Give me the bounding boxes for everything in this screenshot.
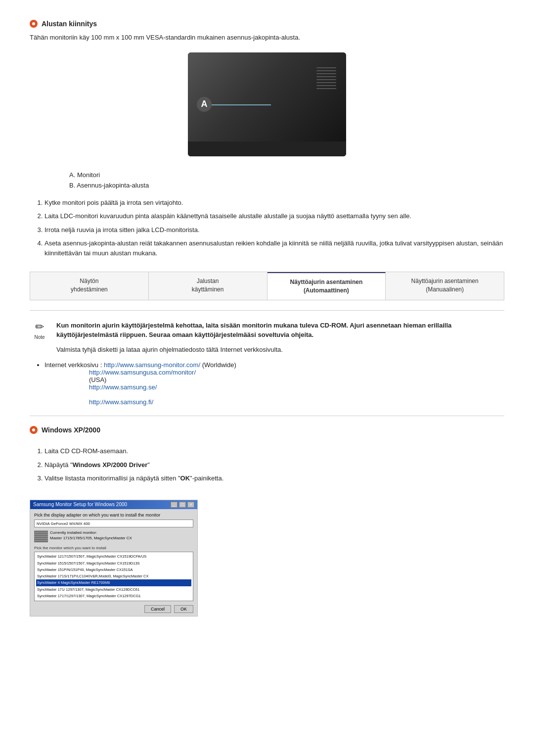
section1-bullet-icon — [30, 20, 38, 28]
section2-title: Windows XP/2000 — [42, 426, 100, 434]
currently-value: Master 1715/1785/1705, MagicSyncMaster C… — [50, 536, 132, 541]
close-button[interactable]: × — [187, 502, 194, 508]
list-item[interactable]: SyncMaster 151P/N/151P40, MagicSyncMaste… — [36, 567, 191, 573]
list-item[interactable]: SyncMaster 1217/1507/1507, MagicSyncMast… — [36, 553, 191, 560]
link-worldwide[interactable]: http://www.samsung-monitor.com/ — [104, 361, 200, 369]
monitor-line — [212, 104, 271, 105]
note-text-bold: Kun monitorin ajurin käyttöjärjestelmä k… — [56, 321, 504, 340]
links-section: Internet verkkosivu : http://www.samsung… — [30, 361, 504, 406]
section-windows-xp: Windows XP/2000 Laita CD CD-ROM-asemaan.… — [30, 426, 504, 616]
list-item-selected[interactable]: SyncMaster 4 MagicSyncMaster RE1700M8 — [36, 579, 191, 586]
label-b: B. Asennus-jakopinta-alusta — [69, 182, 504, 189]
vent-line — [316, 67, 336, 68]
link-usa-suffix: (USA) — [89, 376, 106, 383]
screenshot-title: Samsung Monitor Setup for Windows 2000 — [33, 502, 127, 507]
divider-1 — [30, 310, 504, 311]
vent-line — [316, 73, 336, 74]
vent-line — [316, 85, 336, 86]
section2-bullet-icon — [30, 426, 38, 434]
step-4: Aseta asennus-jakopinta-alustan reiät ta… — [44, 238, 504, 258]
section1-intro: Tähän monitoriin käy 100 mm x 100 mm VES… — [30, 33, 504, 43]
screenshot-dialog: Samsung Monitor Setup for Windows 2000 _… — [30, 500, 198, 617]
vent-line — [316, 79, 336, 80]
note-sub-text: Valmista tyhjä disketti ja lataa ajurin … — [56, 345, 504, 355]
cancel-button[interactable]: Cancel — [144, 605, 171, 613]
monitor-label-a: A — [197, 97, 212, 112]
adapter-select[interactable]: NVIDIA GeForce2 MX/MX 400 — [34, 520, 193, 527]
maximize-button[interactable]: □ — [179, 502, 186, 508]
link-worldwide-suffix: (Worldwide) — [202, 361, 236, 369]
minimize-button[interactable]: _ — [171, 502, 178, 508]
links-label: Internet verkkosivu : — [44, 361, 102, 369]
link-item-1: Internet verkkosivu : http://www.samsung… — [44, 361, 504, 406]
pencil-icon: ✏ — [35, 321, 44, 333]
vent-line — [316, 70, 336, 71]
step-2-3: Valitse listasta monitorimallisi ja näpä… — [44, 473, 504, 483]
step-3: Irrota neljä ruuvia ja irrota sitten jal… — [44, 225, 504, 235]
list-item[interactable]: SyncMaster 1515/1507/1507, MagicSyncMast… — [36, 560, 191, 567]
currently-installed: Currently installed monitor: Master 1715… — [50, 530, 132, 541]
screenshot-titlebar: Samsung Monitor Setup for Windows 2000 _… — [30, 500, 197, 509]
step-2: Laita LDC-monitori kuvaruudun pinta alas… — [44, 211, 504, 221]
list-label: Pick the monitor which you want to insta… — [34, 545, 193, 551]
monitor-bottom — [188, 142, 346, 156]
monitor-labels: A. Monitori B. Asennus-jakopinta-alusta — [69, 171, 504, 189]
adapter-label: Pick the display adapter on which you wa… — [34, 512, 193, 519]
thumbnail-area: Currently installed monitor: Master 1715… — [34, 530, 193, 542]
tab-nayttöajurin-automaattinen[interactable]: Näyttöajurin asentaminen(Automaattinen) — [267, 272, 386, 300]
vent-line — [316, 76, 336, 77]
currently-label: Currently installed monitor: — [50, 530, 132, 535]
step-1: Kytke monitori pois päältä ja irrota sen… — [44, 198, 504, 208]
titlebar-buttons: _ □ × — [171, 502, 194, 508]
tab-nayttöajurin-manuaalinen[interactable]: Näyttöajurin asentaminen(Manuaalinen) — [386, 272, 504, 300]
step-2-1: Laita CD CD-ROM-asemaan. — [44, 446, 504, 456]
monitor-list[interactable]: SyncMaster 1217/1507/1507, MagicSyncMast… — [34, 552, 193, 601]
list-item[interactable]: SyncMaster 171/ 1297/1307, MagicSyncMast… — [36, 586, 191, 593]
link-fi[interactable]: http://www.samsung.fi/ — [89, 398, 504, 406]
list-item[interactable]: SyncMaster 171S/171P/LC1040V&R,Model3, M… — [36, 573, 191, 579]
list-item[interactable]: SyncMaster 171M/1297/1307, MagicSyncMast… — [36, 599, 191, 601]
section1-steps: Kytke monitori pois päältä ja irrota sen… — [40, 198, 504, 258]
link-se[interactable]: http://www.samsung.se/ — [89, 383, 504, 391]
note-content: Kun monitorin ajurin käyttöjärjestelmä k… — [56, 321, 504, 355]
note-icon-block: ✏ Note — [30, 321, 49, 340]
section2-steps: Laita CD CD-ROM-asemaan. Näpäytä "Window… — [40, 446, 504, 483]
nav-tabs: Näytönyhdestäminen Jalustankäyttäminen N… — [30, 272, 504, 300]
ok-button[interactable]: OK — [174, 605, 193, 613]
section2-title-bar: Windows XP/2000 — [30, 426, 504, 434]
monitor-vents — [316, 67, 336, 142]
screenshot-body: Pick the display adapter on which you wa… — [30, 509, 197, 616]
section-alustan-kiinnitys: Alustan kiinnitys Tähän monitoriin käy 1… — [30, 20, 504, 258]
vent-line — [316, 82, 336, 83]
section1-title-bar: Alustan kiinnitys — [30, 20, 504, 28]
links-list: Internet verkkosivu : http://www.samsung… — [44, 361, 504, 406]
section1-title: Alustan kiinnitys — [42, 20, 97, 28]
dialog-buttons: Cancel OK — [34, 605, 193, 613]
adapter-value: NVIDIA GeForce2 MX/MX 400 — [37, 521, 90, 526]
vent-line — [316, 88, 336, 89]
note-box: ✏ Note Kun monitorin ajurin käyttöjärjes… — [30, 321, 504, 355]
monitor-image-container: A — [30, 52, 504, 156]
step-2-2: Näpäytä "Windows XP/2000 Driver" — [44, 460, 504, 470]
monitor-image: A — [188, 52, 346, 156]
link-usa[interactable]: http://www.samsungusa.com/monitor/ — [89, 369, 504, 376]
monitor-thumbnail — [34, 530, 48, 542]
tab-nayton-yhdestaminen[interactable]: Näytönyhdestäminen — [30, 272, 149, 300]
label-a: A. Monitori — [69, 171, 504, 179]
divider-2 — [30, 416, 504, 416]
tab-jalustan-kayttaminen[interactable]: Jalustankäyttäminen — [149, 272, 267, 300]
note-label: Note — [34, 334, 44, 340]
list-item[interactable]: SyncMaster 1717/1297/1307, MagicSyncMast… — [36, 593, 191, 599]
